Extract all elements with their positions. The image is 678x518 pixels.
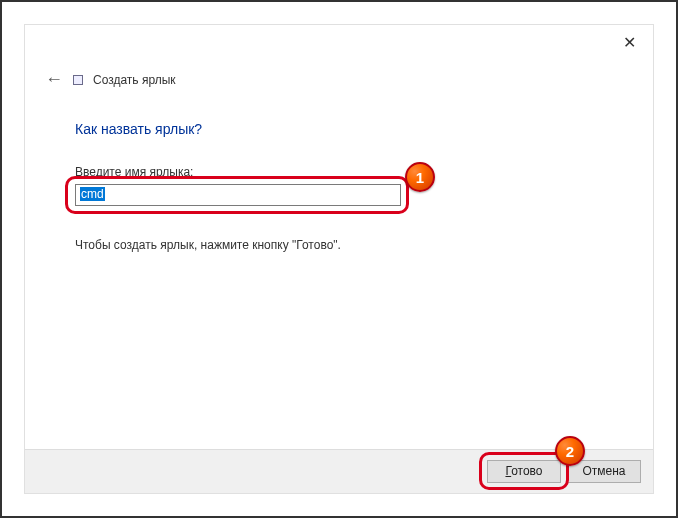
- outer-frame: ✕ ← Создать ярлык Как назвать ярлык? Вве…: [0, 0, 678, 518]
- dialog-footer: Готово 2 Отмена: [25, 449, 653, 493]
- input-selected-text: cmd: [80, 187, 105, 201]
- instruction-text: Чтобы создать ярлык, нажмите кнопку "Гот…: [75, 238, 623, 252]
- page-heading: Как назвать ярлык?: [75, 121, 623, 137]
- shortcut-name-input[interactable]: cmd: [75, 184, 401, 206]
- finish-button[interactable]: Готово: [487, 460, 561, 483]
- cancel-button[interactable]: Отмена: [567, 460, 641, 483]
- dialog-header: ← Создать ярлык: [45, 69, 176, 90]
- finish-rest: отово: [511, 464, 542, 478]
- shortcut-name-input-wrapper: cmd 1: [75, 184, 413, 206]
- back-arrow-icon[interactable]: ←: [45, 69, 63, 90]
- close-button[interactable]: ✕: [619, 33, 639, 53]
- dialog-title: Создать ярлык: [93, 73, 176, 87]
- content-area: Как назвать ярлык? Введите имя ярлыка: c…: [75, 121, 623, 252]
- shortcut-wizard-icon: [73, 75, 83, 85]
- shortcut-name-label: Введите имя ярлыка:: [75, 165, 623, 179]
- create-shortcut-dialog: ✕ ← Создать ярлык Как назвать ярлык? Вве…: [24, 24, 654, 494]
- finish-button-wrapper: Готово 2: [487, 460, 561, 483]
